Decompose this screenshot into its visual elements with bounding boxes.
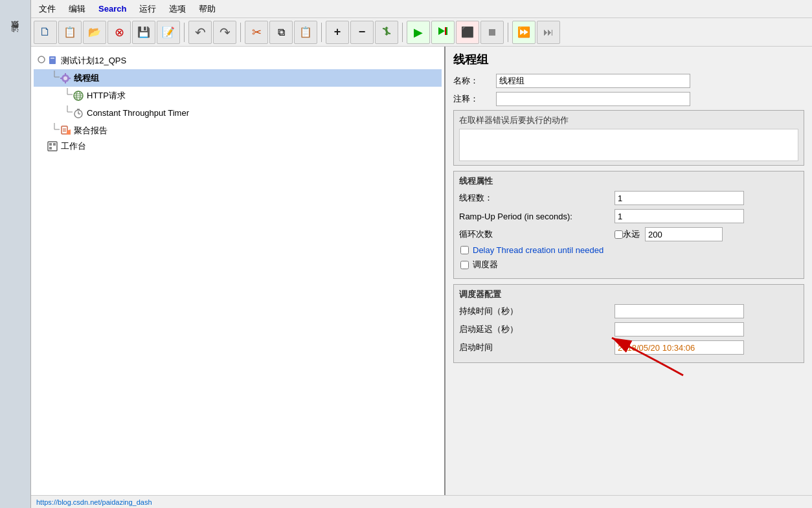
delay-thread-checkbox[interactable] (460, 246, 469, 254)
thread-count-label: 线程数： (459, 192, 615, 204)
svg-point-9 (63, 76, 67, 80)
start-time-row: 启动时间 (459, 340, 798, 355)
ramp-up-row: Ramp-Up Period (in seconds): (459, 209, 798, 223)
toolbar-sep1 (184, 23, 185, 42)
workbench-label: 工作台 (61, 140, 86, 152)
redo-button[interactable]: ↷ (213, 21, 236, 44)
close-file-button[interactable]: ⊗ (107, 21, 131, 44)
scheduler-label: 调度器 (473, 259, 498, 271)
tree-node-http[interactable]: HTTP请求 (34, 87, 442, 104)
thread-props-title: 线程属性 (459, 175, 798, 187)
redo-icon: ↷ (220, 25, 231, 40)
tree-node-thread-group[interactable]: 线程组 (34, 69, 442, 87)
ramp-up-label: Ramp-Up Period (in seconds): (459, 212, 615, 221)
save-as-button[interactable]: 📝 (157, 21, 180, 44)
cut-icon: ✂ (252, 25, 262, 39)
tree-connector-2 (49, 71, 60, 85)
sampler-error-title: 在取样器错误后要执行的动作 (459, 115, 798, 126)
duration-label: 持续时间（秒） (459, 305, 615, 317)
plan-label: 测试计划12_QPS (61, 55, 126, 67)
menu-file[interactable]: 文件 (34, 2, 61, 16)
refresh-button[interactable] (375, 21, 398, 44)
status-bar: https://blog.csdn.net/paidazing_dash (31, 495, 812, 508)
thread-count-input[interactable] (615, 191, 744, 205)
menu-options[interactable]: 选项 (164, 2, 191, 16)
new-button[interactable]: 🗋 (34, 21, 57, 44)
copy-button[interactable]: ⧉ (269, 21, 293, 44)
tree-node-report[interactable]: 聚合报告 (34, 122, 442, 139)
ramp-up-input[interactable] (615, 209, 744, 223)
startup-delay-row: 启动延迟（秒） (459, 322, 798, 337)
remote-start-button[interactable]: ⏩ (512, 21, 536, 44)
menu-help[interactable]: 帮助 (194, 2, 221, 16)
workbench-icon (47, 140, 58, 152)
left-sidebar: 数据 滤 (0, 0, 31, 508)
remote-stop-button[interactable]: ⏭ (537, 21, 560, 44)
start-time-label: 启动时间 (459, 342, 615, 353)
svg-rect-12 (60, 78, 62, 79)
loop-forever-checkbox[interactable] (615, 230, 623, 239)
timer-icon (73, 107, 84, 119)
open-button[interactable]: 📂 (83, 21, 106, 44)
shutdown-icon: ⏹ (487, 27, 497, 38)
cut-button[interactable]: ✂ (245, 21, 268, 44)
toolbar-sep4 (402, 23, 403, 42)
tree-connector-3 (62, 88, 73, 103)
delay-thread-row: Delay Thread creation until needed (459, 245, 798, 255)
open-icon: 📂 (88, 26, 101, 38)
stop-button[interactable]: ⬛ (456, 21, 479, 44)
loop-forever-label: 永远 (623, 228, 640, 240)
detail-panel: 线程组 名称： 注释： 在取样器错误后要执行的动作 线程属性 (445, 47, 812, 508)
http-icon (73, 90, 84, 102)
start-icon: ▶ (414, 25, 423, 39)
save-button[interactable]: 💾 (132, 21, 155, 44)
shutdown-button[interactable]: ⏹ (480, 21, 504, 44)
comment-input[interactable] (496, 92, 690, 106)
svg-point-3 (38, 56, 45, 63)
duration-row: 持续时间（秒） (459, 304, 798, 318)
panel-title: 线程组 (453, 52, 804, 67)
menu-search[interactable]: Search (93, 3, 131, 15)
thread-count-row: 线程数： (459, 191, 798, 205)
thread-group-icon (60, 72, 71, 84)
add-button[interactable]: + (326, 21, 349, 44)
svg-rect-5 (51, 58, 54, 59)
sampler-error-inner (459, 129, 798, 161)
tree-node-plan[interactable]: 测试计划12_QPS (34, 52, 442, 69)
menu-edit[interactable]: 编辑 (63, 2, 91, 16)
save-icon: 💾 (137, 26, 150, 38)
svg-marker-0 (438, 27, 445, 35)
refresh-icon (381, 25, 392, 39)
undo-icon: ↶ (195, 25, 206, 40)
delay-thread-label: Delay Thread creation until needed (473, 245, 603, 255)
start-no-pause-button[interactable] (431, 21, 455, 44)
paste-button[interactable]: 📋 (294, 21, 317, 44)
timer-label: Constant Throughput Timer (87, 108, 189, 118)
remove-button[interactable]: − (350, 21, 374, 44)
close-file-icon: ⊗ (115, 25, 124, 39)
loop-count-input[interactable] (645, 227, 723, 241)
start-no-pause-icon (437, 25, 449, 39)
comment-label: 注释： (453, 93, 492, 105)
tree-node-timer[interactable]: Constant Throughput Timer (34, 104, 442, 122)
remote-start-icon: ⏩ (517, 26, 530, 38)
name-label: 名称： (453, 75, 492, 87)
loop-count-label: 循环次数 (459, 228, 615, 240)
stop-icon: ⬛ (461, 26, 474, 38)
loop-row: 循环次数 永远 (459, 227, 798, 241)
start-button[interactable]: ▶ (407, 21, 430, 44)
scheduler-checkbox[interactable] (460, 261, 469, 269)
tree-node-workbench[interactable]: 工作台 (34, 139, 442, 153)
undo-button[interactable]: ↶ (188, 21, 212, 44)
startup-delay-label: 启动延迟（秒） (459, 324, 615, 335)
name-row: 名称： (453, 74, 804, 88)
remote-stop-icon: ⏭ (543, 27, 554, 38)
startup-delay-input[interactable] (615, 322, 744, 337)
duration-input[interactable] (615, 304, 744, 318)
templates-button[interactable]: 📋 (58, 21, 82, 44)
menu-run[interactable]: 运行 (134, 2, 161, 16)
toolbar-sep5 (508, 23, 508, 42)
start-time-input[interactable] (615, 340, 744, 355)
thread-group-label: 线程组 (74, 72, 99, 84)
name-input[interactable] (496, 74, 690, 88)
